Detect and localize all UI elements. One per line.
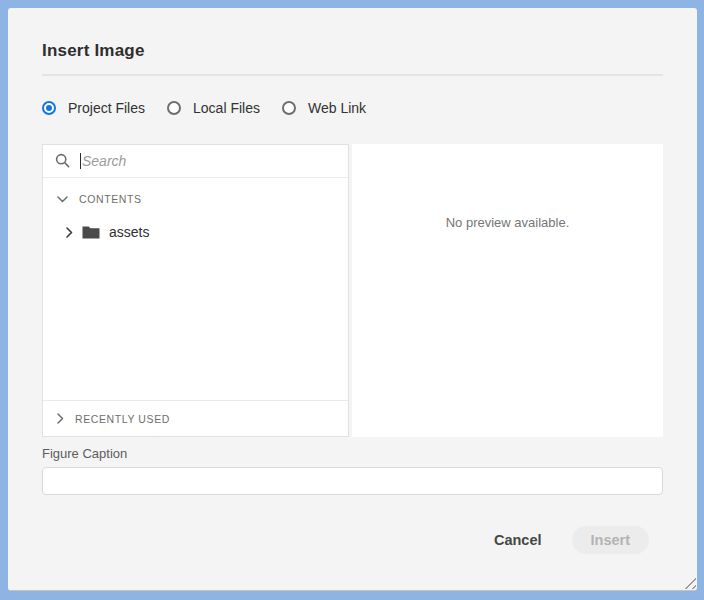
tree-item-assets[interactable]: assets: [43, 223, 348, 241]
window-frame: Insert Image Project Files Local Files W…: [0, 0, 704, 600]
radio-label: Web Link: [308, 100, 366, 116]
section-label: RECENTLY USED: [75, 413, 170, 425]
file-tree-panel: CONTENTS assets: [42, 144, 349, 437]
radio-option-local-files[interactable]: Local Files: [167, 100, 260, 116]
radio-unselected-icon: [167, 101, 181, 115]
dialog-actions: Cancel Insert: [42, 526, 663, 554]
search-bar: [43, 145, 348, 178]
folder-icon: [82, 225, 100, 240]
chevron-down-icon: [57, 196, 68, 203]
radio-label: Local Files: [193, 100, 260, 116]
insert-image-dialog: Insert Image Project Files Local Files W…: [8, 8, 697, 591]
resize-grip[interactable]: [684, 577, 696, 589]
file-tree: CONTENTS assets: [43, 178, 348, 400]
search-icon: [55, 153, 71, 169]
figure-caption-input[interactable]: [42, 467, 663, 495]
radio-label: Project Files: [68, 100, 145, 116]
radio-unselected-icon: [282, 101, 296, 115]
cancel-button[interactable]: Cancel: [494, 532, 542, 548]
search-input[interactable]: [81, 153, 336, 169]
figure-caption-label: Figure Caption: [42, 447, 663, 461]
content-panels: CONTENTS assets: [42, 144, 663, 437]
chevron-right-icon: [57, 413, 64, 424]
tree-item-label: assets: [109, 224, 149, 240]
section-label: CONTENTS: [79, 193, 142, 205]
radio-selected-icon: [42, 101, 56, 115]
radio-option-web-link[interactable]: Web Link: [282, 100, 366, 116]
tree-section-contents[interactable]: CONTENTS: [43, 191, 348, 207]
chevron-right-icon: [66, 227, 73, 238]
header-divider: [42, 74, 663, 76]
tree-section-recently-used[interactable]: RECENTLY USED: [43, 400, 348, 436]
dialog-title: Insert Image: [42, 41, 663, 61]
radio-option-project-files[interactable]: Project Files: [42, 100, 145, 116]
preview-panel: No preview available.: [352, 144, 663, 437]
insert-button[interactable]: Insert: [572, 526, 650, 554]
source-radio-group: Project Files Local Files Web Link: [42, 100, 663, 116]
preview-empty-text: No preview available.: [446, 215, 570, 437]
